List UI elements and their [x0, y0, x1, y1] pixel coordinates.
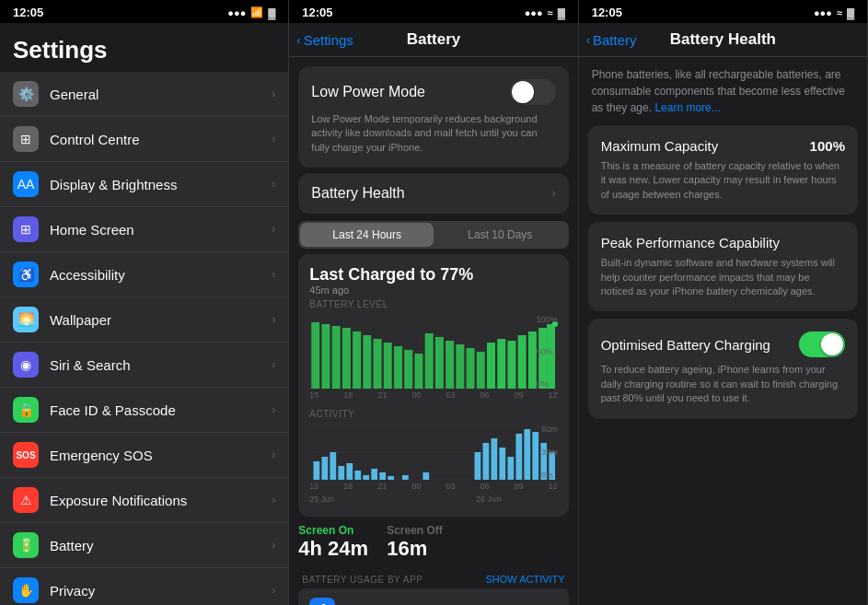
display-icon: AA	[13, 171, 39, 197]
health-title: Battery Health	[670, 30, 776, 49]
settings-row-faceid[interactable]: 🔒 Face ID & Passcode ›	[0, 388, 288, 433]
screen-on-stat: Screen On 4h 24m	[298, 524, 368, 561]
chevron-icon-faceid: ›	[272, 403, 275, 416]
svg-rect-44	[483, 443, 490, 480]
exposure-icon: ⚠	[13, 487, 39, 513]
chevron-icon-wallpaper: ›	[272, 313, 275, 326]
signal-icon-2: ●●●	[525, 7, 543, 18]
status-icons-3: ●●● ≈ ▓	[814, 7, 854, 18]
low-power-label: Low Power Mode	[311, 84, 425, 100]
peak-perf-desc: Built-in dynamic software and hardware s…	[601, 256, 845, 298]
svg-rect-18	[467, 348, 475, 389]
low-power-toggle[interactable]	[510, 79, 556, 105]
back-chevron-icon-3: ‹	[586, 33, 590, 47]
svg-rect-35	[347, 463, 353, 480]
back-chevron-icon: ‹	[296, 33, 300, 47]
screen-stats: Screen On 4h 24m Screen Off 16m	[298, 524, 568, 561]
settings-row-siri[interactable]: ◉ Siri & Search ›	[0, 343, 288, 388]
battery-back-btn[interactable]: ‹ Settings	[296, 32, 353, 48]
svg-rect-21	[498, 339, 506, 389]
display-label: Display & Brightness	[50, 177, 272, 192]
svg-rect-3	[312, 322, 320, 389]
settings-row-general[interactable]: ⚙️ General ›	[0, 72, 288, 117]
siri-label: Siri & Search	[50, 357, 272, 373]
settings-row-sos[interactable]: SOS Emergency SOS ›	[0, 433, 288, 478]
svg-rect-45	[492, 438, 498, 480]
svg-rect-20	[487, 343, 495, 389]
show-activity-btn[interactable]: SHOW ACTIVITY	[485, 574, 564, 585]
faceid-label: Face ID & Passcode	[50, 402, 272, 418]
svg-rect-7	[353, 332, 361, 389]
settings-row-control-centre[interactable]: ⊞ Control Centre ›	[0, 117, 288, 162]
svg-rect-15	[435, 337, 444, 389]
screen-off-value: 16m	[387, 537, 443, 561]
svg-rect-52	[550, 452, 556, 480]
wifi-icon-2: ≈	[548, 7, 553, 18]
screen-off-label: Screen Off	[387, 524, 443, 537]
svg-rect-25	[538, 328, 547, 389]
optimised-toggle[interactable]	[799, 332, 845, 357]
screen-on-value: 4h 24m	[298, 537, 368, 561]
tab-10d[interactable]: Last 10 Days	[434, 223, 567, 247]
battery-level-chart: 100% 50% 0%	[309, 315, 557, 389]
battery-icon-3: ▓	[847, 7, 854, 18]
battery-icon-2: ▓	[558, 7, 565, 18]
sos-label: Emergency SOS	[50, 448, 272, 463]
settings-row-exposure[interactable]: ⚠ Exposure Notifications ›	[0, 478, 288, 523]
optimised-card: Optimised Battery Charging To reduce bat…	[588, 319, 858, 418]
battery-health-label: Battery Health	[311, 185, 404, 202]
settings-row-battery[interactable]: 🔋 Battery ›	[0, 523, 288, 568]
usage-title: BATTERY USAGE BY APP	[302, 575, 422, 585]
battery-content: Low Power Mode Low Power Mode temporaril…	[289, 57, 577, 605]
learn-more-link[interactable]: Learn more...	[654, 101, 720, 114]
health-back-label: Battery	[593, 32, 637, 48]
faceid-icon: 🔒	[13, 397, 39, 423]
settings-title: Settings	[0, 23, 288, 72]
last-charged-sub: 45m ago	[309, 285, 473, 296]
chevron-icon-exposure: ›	[272, 494, 275, 506]
siri-icon: ◉	[13, 352, 39, 378]
svg-rect-43	[475, 452, 481, 480]
accessibility-label: Accessibility	[50, 267, 272, 283]
settings-list: ⚙️ General › ⊞ Control Centre › AA Displ…	[0, 72, 288, 605]
svg-rect-5	[332, 326, 341, 389]
svg-rect-22	[508, 341, 516, 389]
optimised-toggle-knob	[821, 333, 843, 355]
panel-battery: 12:05 ●●● ≈ ▓ ‹ Settings Battery Low Pow…	[289, 0, 578, 605]
low-power-desc: Low Power Mode temporarily reduces backg…	[311, 112, 555, 155]
chevron-icon-battery: ›	[272, 539, 275, 552]
settings-row-accessibility[interactable]: ♿ Accessibility ›	[0, 252, 288, 297]
svg-rect-37	[364, 475, 370, 480]
svg-rect-34	[339, 466, 345, 480]
peak-perf-title: Peak Performance Capability	[601, 235, 780, 250]
chevron-icon-general: ›	[272, 87, 275, 100]
control-centre-label: Control Centre	[50, 132, 272, 147]
activity-date-labels: 25 Jun26 Jun	[309, 493, 557, 506]
settings-row-wallpaper[interactable]: 🌅 Wallpaper ›	[0, 297, 288, 343]
usage-header: BATTERY USAGE BY APP SHOW ACTIVITY	[289, 568, 577, 588]
svg-rect-31	[314, 461, 320, 480]
app-usage-facebook[interactable]: f Facebook 26%	[298, 588, 568, 605]
wifi-icon-3: ≈	[837, 7, 842, 18]
health-back-btn[interactable]: ‹ Battery	[586, 32, 637, 48]
health-content: Phone batteries, like all rechargeable b…	[579, 57, 867, 605]
screen-off-stat: Screen Off 16m	[387, 524, 443, 561]
tab-24h[interactable]: Last 24 Hours	[300, 223, 434, 247]
svg-rect-36	[355, 471, 362, 480]
wallpaper-icon: 🌅	[13, 307, 39, 332]
signal-icon: ●●●	[227, 7, 246, 18]
svg-rect-19	[477, 352, 485, 389]
settings-row-privacy[interactable]: ✋ Privacy ›	[0, 568, 288, 605]
svg-rect-12	[405, 350, 413, 389]
accessibility-icon: ♿	[13, 262, 39, 287]
activity-label: ACTIVITY	[309, 409, 557, 419]
low-power-card: Low Power Mode Low Power Mode temporaril…	[298, 66, 568, 168]
max-capacity-title: Maximum Capacity	[601, 138, 719, 154]
activity-x-labels: 1518210003060912	[309, 480, 557, 493]
optimised-desc: To reduce battery ageing, iPhone learns …	[601, 363, 845, 405]
exposure-label: Exposure Notifications	[50, 493, 272, 508]
battery-health-row[interactable]: Battery Health ›	[298, 173, 568, 214]
settings-row-home-screen[interactable]: ⊞ Home Screen ›	[0, 207, 288, 252]
chevron-icon-control-centre: ›	[272, 133, 275, 145]
settings-row-display[interactable]: AA Display & Brightness ›	[0, 162, 288, 207]
